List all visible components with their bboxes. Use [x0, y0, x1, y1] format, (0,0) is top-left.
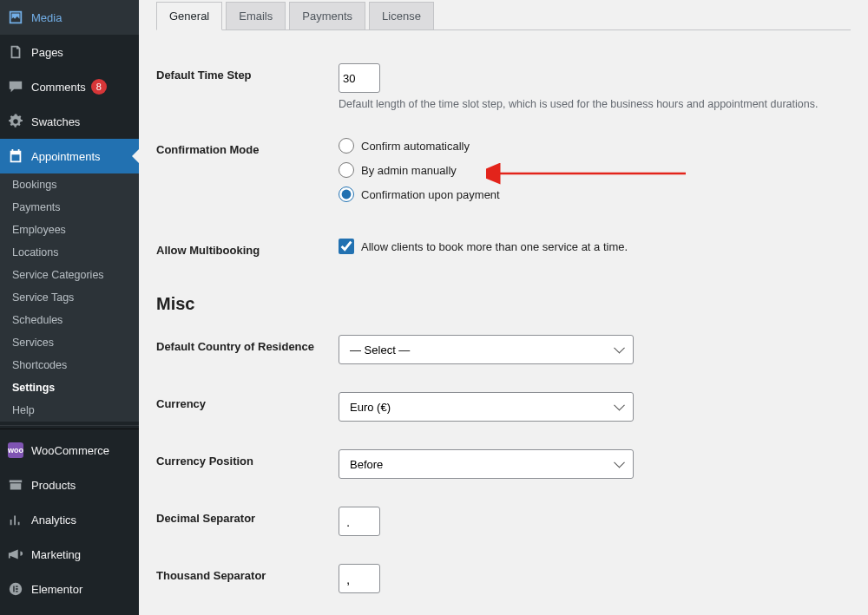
radio-label: Confirm automatically: [361, 140, 470, 153]
submenu-employees[interactable]: Employees: [0, 219, 139, 241]
submenu-settings[interactable]: Settings: [0, 376, 139, 399]
tab-payments[interactable]: Payments: [289, 2, 365, 29]
products-icon: [7, 476, 24, 494]
sidebar-item-templates[interactable]: Templates: [0, 606, 139, 615]
comments-icon: [7, 78, 24, 95]
admin-sidebar: Media Pages Comments 8 Swatches Appointm…: [0, 0, 139, 615]
row-currency-position: Currency Position Before: [156, 439, 851, 496]
label-country: Default Country of Residence: [156, 335, 339, 353]
tab-general[interactable]: General: [156, 2, 222, 30]
submenu-bookings[interactable]: Bookings: [0, 173, 139, 196]
woo-icon: woo: [7, 442, 24, 459]
radio-label: By admin manually: [361, 164, 457, 177]
row-multibooking: Allow Multibooking Allow clients to book…: [156, 228, 851, 280]
submenu-shortcodes[interactable]: Shortcodes: [0, 354, 139, 376]
label-currency-position: Currency Position: [156, 449, 339, 468]
sidebar-label: Appointments: [31, 150, 101, 163]
settings-panel: General Emails Payments License Default …: [139, 0, 868, 615]
misc-heading: Misc: [156, 294, 851, 314]
sidebar-item-elementor[interactable]: Elementor: [0, 572, 139, 606]
time-step-input[interactable]: [339, 63, 380, 93]
radio-confirm-payment-input[interactable]: [339, 186, 354, 202]
sidebar-label: Analytics: [31, 514, 76, 527]
radio-confirm-manual-input[interactable]: [339, 162, 354, 178]
row-country: Default Country of Residence — Select —: [156, 324, 851, 382]
radio-confirm-auto[interactable]: Confirm automatically: [339, 138, 851, 154]
row-currency: Currency Euro (€): [156, 382, 851, 439]
tab-license[interactable]: License: [369, 2, 434, 29]
label-multibooking: Allow Multibooking: [156, 239, 339, 257]
country-select[interactable]: — Select —: [339, 335, 634, 364]
row-time-step: Default Time Step Default length of the …: [156, 53, 851, 128]
comments-badge: 8: [91, 79, 107, 95]
submenu-payments[interactable]: Payments: [0, 196, 139, 219]
label-thousand-separator: Thousand Separator: [156, 564, 339, 582]
label-currency: Currency: [156, 392, 339, 410]
radio-confirm-auto-input[interactable]: [339, 138, 354, 154]
thousand-separator-input[interactable]: [339, 564, 380, 593]
gear-icon: [7, 113, 24, 130]
radio-confirm-manual[interactable]: By admin manually: [339, 162, 851, 178]
tab-emails[interactable]: Emails: [226, 2, 286, 29]
sidebar-item-pages[interactable]: Pages: [0, 35, 139, 69]
submenu-service-tags[interactable]: Service Tags: [0, 286, 139, 309]
sidebar-item-marketing[interactable]: Marketing: [0, 537, 139, 572]
settings-tabs: General Emails Payments License: [156, 2, 851, 30]
row-num-decimals: Number of Decimals: [156, 611, 851, 615]
currency-position-select[interactable]: Before: [339, 449, 634, 479]
row-thousand-separator: Thousand Separator: [156, 553, 851, 611]
label-time-step: Default Time Step: [156, 63, 339, 82]
annotation-arrow-icon: [486, 160, 694, 189]
megaphone-icon: [7, 546, 24, 563]
row-decimal-separator: Decimal Separator: [156, 496, 851, 553]
label-decimal-separator: Decimal Separator: [156, 507, 339, 525]
check-label: Allow clients to book more than one serv…: [361, 240, 628, 253]
sidebar-label: Marketing: [31, 548, 81, 561]
sidebar-label: Pages: [31, 46, 63, 59]
sidebar-label: Elementor: [31, 583, 82, 596]
multibooking-check[interactable]: Allow clients to book more than one serv…: [339, 239, 851, 254]
time-step-desc: Default length of the time slot step, wh…: [339, 98, 851, 110]
sidebar-item-swatches[interactable]: Swatches: [0, 104, 139, 139]
submenu-locations[interactable]: Locations: [0, 241, 139, 264]
sidebar-item-comments[interactable]: Comments 8: [0, 69, 139, 104]
radio-label: Confirmation upon payment: [361, 188, 500, 201]
sidebar-label: Media: [31, 11, 62, 24]
calendar-icon: [7, 147, 24, 165]
sidebar-label: Swatches: [31, 115, 80, 128]
submenu-services[interactable]: Services: [0, 331, 139, 354]
sidebar-item-media[interactable]: Media: [0, 0, 139, 35]
decimal-separator-input[interactable]: [339, 507, 380, 536]
submenu-help[interactable]: Help: [0, 399, 139, 422]
row-confirmation-mode: Confirmation Mode Confirm automatically …: [156, 128, 851, 228]
pages-icon: [7, 43, 24, 61]
media-icon: [7, 9, 24, 26]
sidebar-item-analytics[interactable]: Analytics: [0, 502, 139, 537]
sidebar-item-appointments[interactable]: Appointments: [0, 139, 139, 173]
sidebar-item-woocommerce[interactable]: woo WooCommerce: [0, 433, 139, 468]
currency-select[interactable]: Euro (€): [339, 392, 634, 422]
submenu-service-categories[interactable]: Service Categories: [0, 264, 139, 286]
submenu-schedules[interactable]: Schedules: [0, 309, 139, 331]
sidebar-item-products[interactable]: Products: [0, 468, 139, 502]
elementor-icon: [7, 580, 24, 598]
multibooking-checkbox[interactable]: [339, 239, 354, 254]
sidebar-separator: [0, 425, 139, 429]
sidebar-label: Products: [31, 479, 76, 492]
label-confirmation-mode: Confirmation Mode: [156, 138, 339, 156]
sidebar-label: Comments: [31, 81, 86, 94]
sidebar-label: WooCommerce: [31, 444, 109, 457]
analytics-icon: [7, 511, 24, 528]
